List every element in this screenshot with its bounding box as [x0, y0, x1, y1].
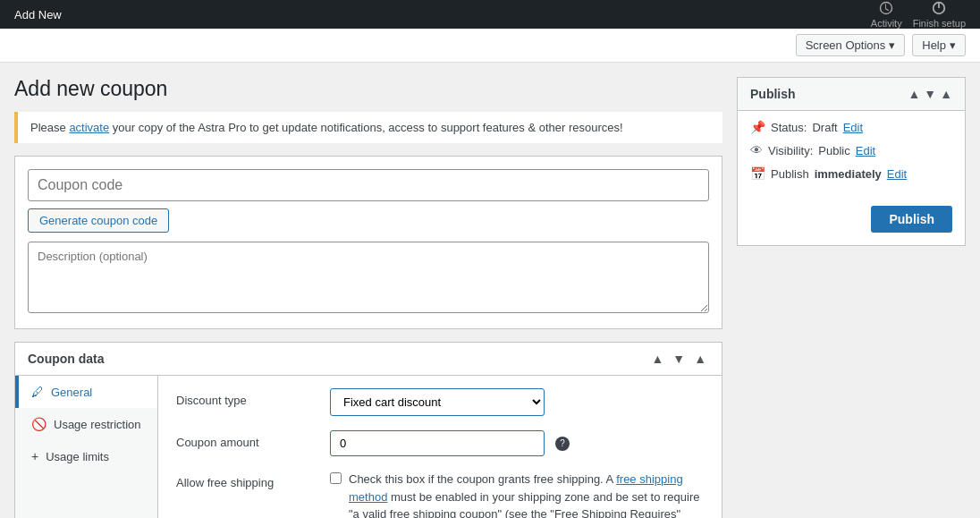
- coupon-code-card: Generate coupon code: [14, 156, 722, 329]
- finish-setup-label: Finish setup: [913, 18, 966, 29]
- publish-panel-header: Publish ▲ ▼ ▲: [738, 78, 965, 111]
- free-shipping-row: Allow free shipping Check this box if th…: [176, 471, 704, 518]
- status-row: 📌 Status: Draft Edit: [750, 120, 952, 134]
- free-shipping-text-prefix: Check this box if the coupon grants free…: [349, 472, 616, 486]
- free-shipping-checkbox-row: Check this box if the coupon grants free…: [330, 471, 704, 518]
- discount-type-select[interactable]: Percentage discount Fixed cart discount …: [330, 388, 545, 416]
- publish-time-prefix: Publish: [771, 167, 809, 181]
- coupon-amount-input[interactable]: [330, 430, 545, 456]
- status-value: Draft: [812, 121, 837, 134]
- visibility-row: 👁 Visibility: Public Edit: [750, 143, 952, 157]
- visibility-edit-link[interactable]: Edit: [856, 144, 875, 157]
- main-left: Add new coupon Please activate your copy…: [14, 77, 722, 518]
- publish-collapse-down-button[interactable]: ▼: [924, 87, 936, 101]
- tab-usage-restriction-label: Usage restriction: [54, 418, 141, 431]
- coupon-amount-row: Coupon amount ?: [176, 430, 704, 456]
- top-bar-left: Add New: [14, 8, 62, 21]
- status-label: Status:: [771, 121, 807, 134]
- page-title: Add new coupon: [14, 77, 722, 101]
- help-label: Help: [922, 38, 946, 52]
- publish-header-controls: ▲ ▼ ▲: [908, 87, 952, 101]
- top-bar-right: Activity Finish setup: [871, 0, 966, 29]
- publish-time-row: 📅 Publish immediately Edit: [750, 166, 952, 181]
- panel-collapse-down-button[interactable]: ▼: [670, 352, 688, 366]
- visibility-value: Public: [818, 144, 849, 157]
- status-edit-link[interactable]: Edit: [843, 121, 863, 134]
- coupon-data-panel-header: Coupon data ▲ ▼ ▲: [15, 343, 722, 376]
- generate-coupon-button[interactable]: Generate coupon code: [28, 208, 169, 233]
- publish-button[interactable]: Publish: [871, 206, 952, 233]
- free-shipping-description: Check this box if the coupon grants free…: [349, 471, 704, 518]
- visibility-icon: 👁: [750, 143, 763, 157]
- activate-link[interactable]: activate: [69, 121, 109, 134]
- publish-panel: Publish ▲ ▼ ▲ 📌 Status: Draft Edit 👁: [737, 77, 966, 246]
- coupon-amount-label: Coupon amount: [176, 430, 319, 449]
- panel-toggle-button[interactable]: ▲: [691, 352, 709, 366]
- coupon-data-panel-body: 🖊 General 🚫 Usage restriction + Usage li…: [15, 376, 722, 518]
- finish-setup-icon: [931, 0, 947, 16]
- tab-general-label: General: [51, 386, 92, 399]
- coupon-data-tabs: 🖊 General 🚫 Usage restriction + Usage li…: [15, 376, 158, 518]
- help-chevron-icon: ▾: [950, 38, 956, 52]
- tab-usage-limits[interactable]: + Usage limits: [15, 440, 157, 472]
- coupon-data-panel: Coupon data ▲ ▼ ▲ 🖊 General 🚫 Usage r: [14, 342, 722, 518]
- free-shipping-control: Check this box if the coupon grants free…: [330, 471, 704, 518]
- tab-usage-limits-label: Usage limits: [46, 450, 109, 463]
- sub-bar: Screen Options ▾ Help ▾: [0, 29, 980, 63]
- publish-panel-title: Publish: [750, 87, 796, 101]
- tab-usage-restriction[interactable]: 🚫 Usage restriction: [15, 408, 157, 440]
- main-content: Add new coupon Please activate your copy…: [0, 63, 980, 518]
- coupon-data-panel-title: Coupon data: [28, 352, 105, 366]
- main-right: Publish ▲ ▼ ▲ 📌 Status: Draft Edit 👁: [737, 77, 966, 518]
- finish-setup-button[interactable]: Finish setup: [913, 0, 966, 29]
- general-icon: 🖊: [31, 385, 44, 399]
- free-shipping-checkbox[interactable]: [330, 472, 342, 484]
- screen-options-label: Screen Options: [806, 38, 886, 52]
- coupon-amount-help-icon[interactable]: ?: [555, 437, 570, 451]
- activity-icon: [878, 0, 894, 16]
- help-button[interactable]: Help ▾: [912, 34, 966, 56]
- coupon-amount-control: ?: [330, 430, 704, 456]
- discount-type-label: Discount type: [176, 388, 319, 407]
- panel-header-controls: ▲ ▼ ▲: [648, 352, 709, 366]
- add-new-title: Add New: [14, 8, 62, 21]
- screen-options-button[interactable]: Screen Options ▾: [796, 34, 906, 56]
- notice-prefix: Please: [30, 121, 69, 134]
- publish-time-icon: 📅: [750, 166, 765, 181]
- publish-body: 📌 Status: Draft Edit 👁 Visibility: Publi…: [738, 111, 965, 199]
- activation-notice: Please activate your copy of the Astra P…: [14, 112, 722, 143]
- top-bar: Add New Activity Finish setup: [0, 0, 980, 29]
- discount-type-control: Percentage discount Fixed cart discount …: [330, 388, 704, 416]
- general-tab-content: Discount type Percentage discount Fixed …: [158, 376, 722, 518]
- visibility-label: Visibility:: [768, 144, 813, 157]
- publish-btn-row: Publish: [738, 199, 965, 245]
- usage-limits-icon: +: [31, 449, 38, 463]
- coupon-code-input[interactable]: [28, 169, 709, 201]
- discount-type-row: Discount type Percentage discount Fixed …: [176, 388, 704, 416]
- publish-time-edit-link[interactable]: Edit: [887, 167, 907, 181]
- publish-time-value: immediately: [815, 167, 882, 181]
- activity-button[interactable]: Activity: [871, 0, 902, 29]
- panel-collapse-up-button[interactable]: ▲: [648, 352, 666, 366]
- activity-label: Activity: [871, 18, 902, 29]
- publish-toggle-button[interactable]: ▲: [940, 87, 952, 101]
- coupon-code-card-body: Generate coupon code: [15, 157, 722, 328]
- notice-suffix: your copy of the Astra Pro to get update…: [109, 121, 622, 134]
- description-textarea[interactable]: [28, 242, 709, 313]
- free-shipping-label: Allow free shipping: [176, 471, 319, 489]
- screen-options-chevron-icon: ▾: [889, 38, 895, 52]
- publish-collapse-up-button[interactable]: ▲: [908, 87, 920, 101]
- tab-general[interactable]: 🖊 General: [15, 376, 157, 408]
- status-icon: 📌: [750, 120, 765, 134]
- usage-restriction-icon: 🚫: [31, 417, 46, 431]
- free-shipping-text-suffix: must be enabled in your shipping zone an…: [349, 490, 699, 519]
